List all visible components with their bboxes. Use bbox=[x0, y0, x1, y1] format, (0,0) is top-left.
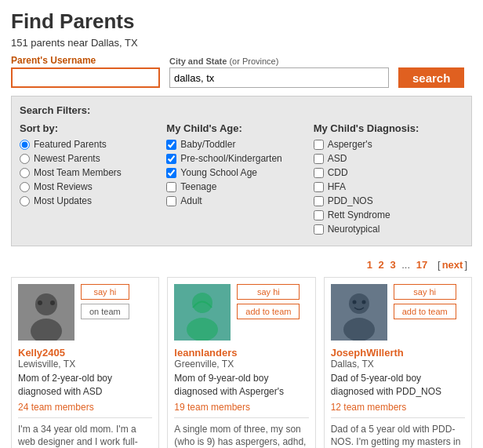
svg-point-10 bbox=[343, 318, 375, 341]
diagnosis-col: My Child's Diagnosis: Asperger's ASD CDD… bbox=[314, 122, 460, 238]
pagination: 1 2 3 ... 17 [next] bbox=[11, 256, 472, 277]
age-adult[interactable]: Adult bbox=[166, 195, 313, 206]
svg-point-3 bbox=[38, 300, 42, 305]
city-field-group: City and State (or Province) bbox=[169, 56, 389, 88]
card-leann: say hi add to team leannlanders Greenvil… bbox=[167, 277, 315, 448]
page-1[interactable]: 1 bbox=[367, 259, 372, 271]
svg-point-6 bbox=[192, 293, 212, 313]
onteam-kelly[interactable]: on team bbox=[81, 304, 129, 319]
addteam-leann[interactable]: add to team bbox=[237, 304, 300, 319]
avatar-kelly bbox=[18, 284, 74, 341]
page-title: Find Parents bbox=[11, 9, 472, 34]
card-buttons-leann: say hi add to team bbox=[237, 284, 300, 341]
age-teenage[interactable]: Teenage bbox=[166, 181, 313, 192]
svg-point-9 bbox=[349, 293, 369, 314]
location-kelly: Lewisville, TX bbox=[18, 359, 152, 370]
page-container: Find Parents 151 parents near Dallas, TX… bbox=[0, 0, 483, 448]
name-kelly[interactable]: Kelly2405 bbox=[18, 347, 65, 359]
city-label: City and State (or Province) bbox=[169, 56, 389, 66]
page-17[interactable]: 17 bbox=[416, 259, 427, 271]
sort-team[interactable]: Most Team Members bbox=[20, 167, 166, 178]
username-field-group: Parent's Username bbox=[11, 55, 160, 88]
next-page[interactable]: next bbox=[442, 259, 463, 271]
desc-leann: Mom of 9-year-old boy diagnosed with Asp… bbox=[174, 372, 308, 399]
sayhi-joseph[interactable]: say hi bbox=[394, 284, 456, 300]
card-buttons-kelly: say hi on team bbox=[81, 284, 129, 341]
svg-point-7 bbox=[187, 318, 218, 341]
filters-title: Search Filters: bbox=[20, 104, 460, 116]
dx-asd[interactable]: ASD bbox=[314, 153, 460, 164]
desc-joseph: Dad of 5-year-old boy diagnosed with PDD… bbox=[331, 372, 465, 399]
sort-col: Sort by: Featured Parents Newest Parents… bbox=[20, 122, 166, 238]
divider-joseph bbox=[331, 417, 465, 418]
team-kelly: 24 team members bbox=[18, 402, 152, 413]
age-baby[interactable]: Baby/Toddler bbox=[166, 139, 313, 150]
card-top-joseph: say hi add to team bbox=[331, 284, 465, 341]
dx-neurotypical[interactable]: Neurotypical bbox=[314, 224, 460, 235]
age-preschool[interactable]: Pre-school/Kindergarten bbox=[166, 153, 313, 164]
bio-leann: A single mom of three, my son (who is 9)… bbox=[174, 423, 308, 448]
city-input[interactable] bbox=[169, 67, 389, 88]
sayhi-kelly[interactable]: say hi bbox=[81, 284, 129, 300]
svg-point-11 bbox=[352, 300, 356, 304]
sort-featured[interactable]: Featured Parents bbox=[20, 139, 166, 150]
location-joseph: Dallas, TX bbox=[331, 359, 465, 370]
dx-rett[interactable]: Rett Syndrome bbox=[314, 209, 460, 220]
cards-row: say hi on team Kelly2405 Lewisville, TX … bbox=[11, 277, 472, 448]
card-buttons-joseph: say hi add to team bbox=[394, 284, 456, 341]
name-leann[interactable]: leannlanders bbox=[174, 347, 237, 359]
desc-kelly: Mom of 2-year-old boy diagnosed with ASD bbox=[18, 372, 152, 399]
age-title: My Child's Age: bbox=[166, 122, 313, 134]
username-label: Parent's Username bbox=[11, 55, 160, 66]
dx-aspergers[interactable]: Asperger's bbox=[314, 139, 460, 150]
svg-point-4 bbox=[50, 300, 55, 305]
card-joseph: say hi add to team JosephWillerth Dallas… bbox=[324, 277, 472, 448]
sort-updates[interactable]: Most Updates bbox=[20, 195, 166, 206]
card-kelly: say hi on team Kelly2405 Lewisville, TX … bbox=[11, 277, 159, 448]
dx-hfa[interactable]: HFA bbox=[314, 181, 460, 192]
divider-kelly bbox=[18, 417, 152, 418]
divider-leann bbox=[174, 417, 308, 418]
diagnosis-title: My Child's Diagnosis: bbox=[314, 122, 460, 134]
sayhi-leann[interactable]: say hi bbox=[237, 284, 300, 300]
pagination-dots: ... bbox=[401, 259, 410, 271]
search-row: Parent's Username City and State (or Pro… bbox=[11, 55, 472, 88]
location-leann: Greenville, TX bbox=[174, 359, 308, 370]
filters-columns: Sort by: Featured Parents Newest Parents… bbox=[20, 122, 460, 238]
username-input[interactable] bbox=[11, 67, 160, 88]
sort-newest[interactable]: Newest Parents bbox=[20, 153, 166, 164]
page-2[interactable]: 2 bbox=[379, 259, 384, 271]
dx-cdd[interactable]: CDD bbox=[314, 167, 460, 178]
bio-joseph: Dad of a 5 year old with PDD-NOS. I'm ge… bbox=[331, 423, 465, 448]
card-top-leann: say hi add to team bbox=[174, 284, 308, 341]
team-leann: 19 team members bbox=[174, 402, 308, 413]
sort-title: Sort by: bbox=[20, 122, 166, 134]
filters-box: Search Filters: Sort by: Featured Parent… bbox=[11, 96, 472, 246]
age-youngschool[interactable]: Young School Age bbox=[166, 167, 313, 178]
bio-kelly: I'm a 34 year old mom. I'm a web designe… bbox=[18, 423, 152, 448]
sort-reviews[interactable]: Most Reviews bbox=[20, 181, 166, 192]
addteam-joseph[interactable]: add to team bbox=[394, 304, 456, 319]
svg-point-12 bbox=[361, 300, 365, 304]
dx-pddnos[interactable]: PDD_NOS bbox=[314, 195, 460, 206]
name-joseph[interactable]: JosephWillerth bbox=[331, 347, 404, 359]
age-col: My Child's Age: Baby/Toddler Pre-school/… bbox=[166, 122, 313, 238]
card-top-kelly: say hi on team bbox=[18, 284, 152, 341]
subtitle: 151 parents near Dallas, TX bbox=[11, 37, 472, 49]
page-3[interactable]: 3 bbox=[390, 259, 395, 271]
search-button[interactable]: search bbox=[398, 67, 464, 88]
team-joseph: 12 team members bbox=[331, 402, 465, 413]
avatar-leann bbox=[174, 284, 231, 341]
avatar-joseph bbox=[331, 284, 387, 341]
